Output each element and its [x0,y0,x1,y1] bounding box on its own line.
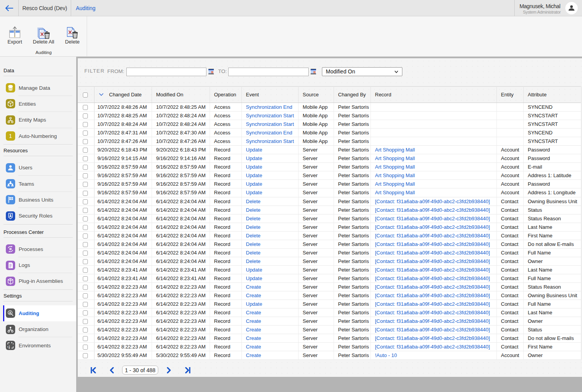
svg-text:t: t [9,345,10,348]
svg-text:1: 1 [9,133,12,139]
